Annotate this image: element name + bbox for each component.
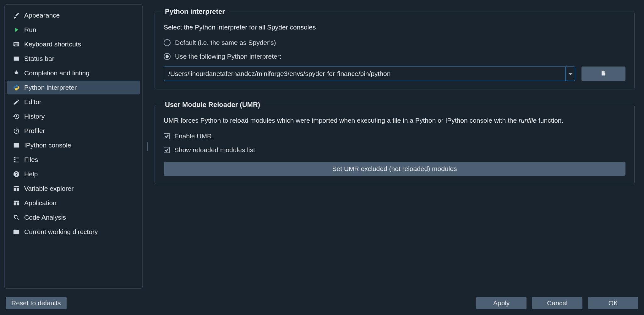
brush-icon (13, 12, 20, 19)
set-umr-excluded-button[interactable]: Set UMR excluded (not reloaded) modules (164, 162, 625, 176)
sidebar-item-status-bar[interactable]: Status bar (7, 52, 140, 66)
sidebar-item-appearance[interactable]: Appearance (7, 8, 140, 22)
keyboard-icon (13, 41, 20, 48)
sidebar-item-label: Completion and linting (24, 69, 90, 77)
sidebar-item-ipython-console[interactable]: IPython console (7, 138, 140, 152)
radio-label: Use the following Python interpreter: (175, 53, 281, 60)
sidebar-item-label: Files (24, 156, 38, 163)
terminal-icon (13, 142, 20, 149)
checkbox-show-reloaded[interactable]: Show reloaded modules list (164, 146, 625, 154)
radio-default-interpreter[interactable]: Default (i.e. the same as Spyder's) (164, 39, 625, 46)
group-desc: Select the Python interpreter for all Sp… (164, 23, 625, 32)
sidebar-item-run[interactable]: Run (7, 23, 140, 37)
radio-icon (164, 39, 171, 46)
umr-desc: UMR forces Python to reload modules whic… (164, 116, 625, 125)
sidebar-item-label: Editor (24, 98, 41, 106)
python-interpreter-group: Python interpreter Select the Python int… (155, 8, 635, 89)
sidebar-item-code-analysis[interactable]: Code Analysis (7, 211, 140, 224)
radio-custom-interpreter[interactable]: Use the following Python interpreter: (164, 53, 625, 60)
sidebar-item-label: Status bar (24, 55, 54, 62)
sidebar-item-label: Python interpreter (24, 84, 77, 91)
sidebar-item-help[interactable]: Help (7, 167, 140, 181)
preferences-sidebar: Appearance Run Keyboard shortcuts Status… (4, 4, 143, 289)
sidebar-item-label: Help (24, 170, 38, 178)
checkbox-enable-umr[interactable]: Enable UMR (164, 132, 625, 140)
ok-button[interactable]: OK (588, 297, 638, 309)
preferences-panel: Python interpreter Select the Python int… (153, 4, 640, 289)
group-legend: User Module Reloader (UMR) (162, 101, 263, 109)
sidebar-item-label: Current working directory (24, 228, 98, 236)
sidebar-item-label: Keyboard shortcuts (24, 40, 81, 48)
sidebar-item-variable-explorer[interactable]: Variable explorer (7, 182, 140, 195)
application-icon (13, 200, 20, 206)
sidebar-item-label: IPython console (24, 141, 71, 149)
table-icon (13, 185, 20, 192)
sidebar-item-history[interactable]: History (7, 109, 140, 123)
radio-icon (164, 53, 171, 60)
group-legend: Python interpreter (162, 8, 227, 16)
splitter-handle[interactable] (146, 4, 149, 289)
dialog-footer: Reset to defaults Apply Cancel OK (0, 293, 644, 315)
apply-button[interactable]: Apply (476, 297, 527, 309)
sidebar-item-label: Variable explorer (24, 185, 74, 192)
python-icon (13, 84, 20, 91)
umr-group: User Module Reloader (UMR) UMR forces Py… (155, 101, 635, 184)
sidebar-item-label: History (24, 113, 45, 120)
completion-icon (13, 70, 20, 77)
browse-file-button[interactable] (581, 67, 625, 81)
search-code-icon (13, 214, 20, 221)
pencil-icon (13, 99, 20, 105)
checkbox-icon (164, 133, 170, 139)
reset-defaults-button[interactable]: Reset to defaults (6, 297, 67, 309)
sidebar-item-label: Application (24, 199, 57, 207)
sidebar-item-profiler[interactable]: Profiler (7, 124, 140, 138)
cancel-button[interactable]: Cancel (532, 297, 582, 309)
sidebar-item-completion-linting[interactable]: Completion and linting (7, 66, 140, 80)
sidebar-item-label: Appearance (24, 12, 60, 19)
checkbox-label: Show reloaded modules list (174, 146, 255, 154)
help-icon (13, 171, 20, 178)
interpreter-path-combo[interactable] (164, 67, 575, 81)
radio-label: Default (i.e. the same as Spyder's) (175, 39, 276, 46)
chevron-down-icon (569, 70, 572, 77)
folder-icon (13, 228, 20, 235)
sidebar-item-editor[interactable]: Editor (7, 95, 140, 109)
sidebar-item-python-interpreter[interactable]: Python interpreter (7, 81, 140, 94)
sidebar-item-label: Profiler (24, 127, 45, 135)
history-icon (13, 113, 20, 120)
sidebar-item-application[interactable]: Application (7, 196, 140, 210)
sidebar-item-cwd[interactable]: Current working directory (7, 225, 140, 239)
sidebar-item-files[interactable]: Files (7, 153, 140, 167)
stopwatch-icon (13, 127, 20, 134)
file-icon (601, 70, 606, 78)
play-icon (13, 26, 20, 33)
files-tree-icon (13, 156, 20, 163)
checkbox-icon (164, 147, 170, 153)
sidebar-item-label: Run (24, 26, 36, 34)
checkbox-label: Enable UMR (174, 132, 212, 140)
sidebar-item-label: Code Analysis (24, 214, 66, 221)
statusbar-icon (13, 55, 20, 62)
interpreter-path-input[interactable] (164, 67, 565, 81)
dropdown-button[interactable] (565, 67, 575, 81)
sidebar-item-keyboard-shortcuts[interactable]: Keyboard shortcuts (7, 37, 140, 51)
